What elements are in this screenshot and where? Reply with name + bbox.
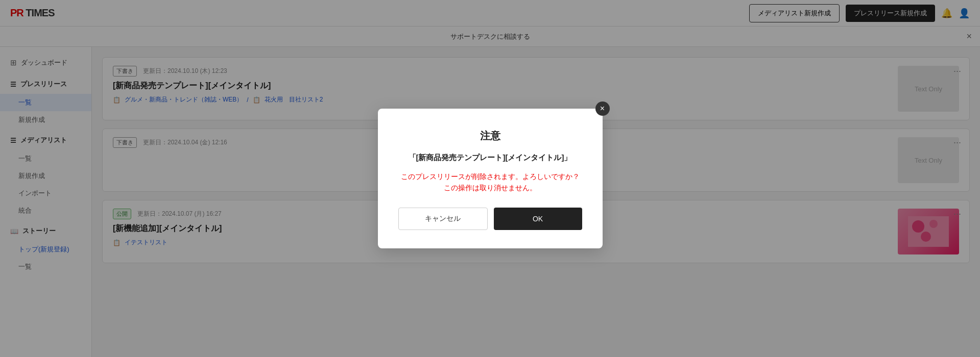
modal-title: 注意 bbox=[398, 129, 582, 143]
modal-ok-button[interactable]: OK bbox=[494, 208, 582, 230]
modal-item-name: 「[新商品発売テンプレート][メインタイトル]」 bbox=[398, 153, 582, 163]
modal-close-button[interactable]: × bbox=[595, 101, 610, 116]
modal-actions: キャンセル OK bbox=[398, 208, 582, 230]
delete-confirm-modal: × 注意 「[新商品発売テンプレート][メインタイトル]」 このプレスリリースが… bbox=[378, 109, 603, 249]
modal-description: このプレスリリースが削除されます。よろしいですか？ この操作は取り消せません。 bbox=[398, 171, 582, 194]
modal-desc-line1: このプレスリリースが削除されます。よろしいですか？ bbox=[401, 172, 580, 181]
modal-overlay[interactable]: × 注意 「[新商品発売テンプレート][メインタイトル]」 このプレスリリースが… bbox=[0, 0, 980, 357]
modal-cancel-button[interactable]: キャンセル bbox=[398, 208, 488, 230]
modal-desc-line2: この操作は取り消せません。 bbox=[444, 184, 537, 192]
